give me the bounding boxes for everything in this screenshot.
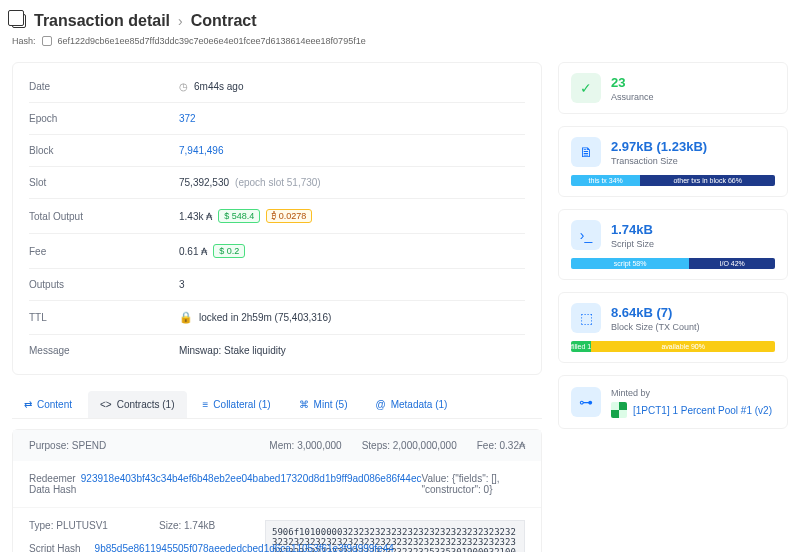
code-icon: <> — [100, 399, 112, 410]
type-label: Type: — [29, 520, 53, 531]
breadcrumb: Transaction detail › Contract — [12, 12, 788, 30]
size-label: Size: — [159, 520, 181, 531]
swap-icon: ⇄ — [24, 399, 32, 410]
assurance-label: Assurance — [611, 92, 654, 102]
mint-icon: ⌘ — [299, 399, 309, 410]
tab-content[interactable]: ⇄Content — [12, 391, 84, 418]
type-value: PLUTUSV1 — [56, 520, 108, 531]
value-label: Value: — [421, 473, 449, 484]
steps-label: Steps: — [362, 440, 390, 451]
share-icon: ⊶ — [571, 387, 601, 417]
lock-icon: 🔒 — [179, 311, 193, 324]
mem-label: Mem: — [269, 440, 294, 451]
redeemer-link[interactable]: 923918e403bf43c34b4ef6b48eb2ee04babed173… — [81, 473, 422, 484]
minted-card: ⊶ Minted by [1PCT1] 1 Percent Pool #1 (v… — [558, 375, 788, 429]
tx-size-value: 2.97kB (1.23kB) — [611, 139, 707, 154]
outputs-label: Outputs — [29, 279, 179, 290]
mem-value: 3,000,000 — [297, 440, 342, 451]
block-size-card: ⬚ 8.64kB (7) Block Size (TX Count) fille… — [558, 292, 788, 363]
block-size-label: Block Size (TX Count) — [611, 322, 700, 332]
tab-collateral[interactable]: ≡Collateral (1) — [191, 391, 283, 418]
tab-mint[interactable]: ⌘Mint (5) — [287, 391, 360, 418]
hash-label: Hash: — [12, 36, 36, 46]
slot-value: 75,392,530 — [179, 177, 229, 188]
bar-seg-io: I/O 42% — [689, 258, 775, 269]
tabs-bar: ⇄Content <>Contracts (1) ≡Collateral (1)… — [12, 391, 542, 419]
fee-usd-badge: $ 0.2 — [213, 244, 245, 258]
block-link[interactable]: 7,941,496 — [179, 145, 224, 156]
clock-icon: ◷ — [179, 81, 188, 92]
script-hash-label: Script Hash — [29, 543, 95, 552]
page-title: Transaction detail — [34, 12, 170, 30]
size-value: 1.74kB — [184, 520, 215, 531]
total-output-value: 1.43k ₳ — [179, 211, 212, 222]
contract-card: Purpose: SPEND Mem: 3,000,000 Steps: 2,0… — [12, 429, 542, 552]
steps-value: 2,000,000,000 — [393, 440, 457, 451]
block-label: Block — [29, 145, 179, 156]
tab-metadata[interactable]: @Metadata (1) — [364, 391, 460, 418]
total-output-label: Total Output — [29, 211, 179, 222]
script-size-card: ›_ 1.74kB Script Size script 58% I/O 42% — [558, 209, 788, 280]
ttl-label: TTL — [29, 312, 179, 323]
cube-icon: ⬚ — [571, 303, 601, 333]
tx-size-card: 🗎 2.97kB (1.23kB) Transaction Size this … — [558, 126, 788, 197]
redeemer-label: Redeemer Data Hash — [29, 473, 81, 495]
page-subtitle: Contract — [191, 12, 257, 30]
epoch-link[interactable]: 372 — [179, 113, 196, 124]
date-value: 6m44s ago — [194, 81, 243, 92]
usd-badge: $ 548.4 — [218, 209, 260, 223]
fee-label2: Fee: — [477, 440, 497, 451]
ttl-value: locked in 2h59m (75,403,316) — [199, 312, 331, 323]
stack-icon: ≡ — [203, 399, 209, 410]
epoch-label: Epoch — [29, 113, 179, 124]
copy-icon[interactable] — [42, 36, 52, 46]
tx-size-label: Transaction Size — [611, 156, 707, 166]
assurance-value: 23 — [611, 75, 654, 90]
purpose-label: Purpose: — [29, 440, 69, 451]
bar-seg-filled: filled 10% — [571, 341, 591, 352]
script-size-label: Script Size — [611, 239, 654, 249]
terminal-icon: ›_ — [571, 220, 601, 250]
assurance-card: ✓ 23 Assurance — [558, 62, 788, 114]
details-card: Date ◷6m44s ago Epoch 372 Block 7,941,49… — [12, 62, 542, 375]
copy-icon[interactable] — [12, 14, 26, 28]
file-icon: 🗎 — [571, 137, 601, 167]
purpose-value: SPEND — [72, 440, 106, 451]
fee-value2: 0.32₳ — [500, 440, 525, 451]
chevron-right-icon: › — [178, 13, 183, 29]
pool-icon — [611, 402, 627, 418]
at-icon: @ — [376, 399, 386, 410]
minted-label: Minted by — [611, 388, 772, 398]
bar-seg-this-tx: this tx 34% — [571, 175, 640, 186]
date-label: Date — [29, 81, 179, 92]
bar-seg-available: available 90% — [591, 341, 775, 352]
script-hash-link[interactable]: 9b85d5e8611945505f078aeededcbed1d6ca1105… — [95, 543, 394, 552]
fee-value: 0.61 ₳ — [179, 246, 207, 257]
script-size-value: 1.74kB — [611, 222, 654, 237]
btc-badge: ₿ 0.0278 — [266, 209, 312, 223]
bar-seg-other: other txs in block 66% — [640, 175, 775, 186]
tab-contracts[interactable]: <>Contracts (1) — [88, 391, 186, 418]
block-size-value: 8.64kB (7) — [611, 305, 700, 320]
message-value: Minswap: Stake liquidity — [179, 345, 286, 356]
hash-value: 6ef122d9cb6e1ee85d7ffd3ddc39c7e0e6e4e01f… — [58, 36, 366, 46]
slot-note: (epoch slot 51,730) — [235, 177, 321, 188]
pool-link[interactable]: [1PCT1] 1 Percent Pool #1 (v2) — [633, 405, 772, 416]
fee-label: Fee — [29, 246, 179, 257]
hash-row: Hash: 6ef122d9cb6e1ee85d7ffd3ddc39c7e0e6… — [12, 36, 788, 46]
check-icon: ✓ — [571, 73, 601, 103]
outputs-value: 3 — [179, 279, 185, 290]
bar-seg-script: script 58% — [571, 258, 689, 269]
message-label: Message — [29, 345, 179, 356]
slot-label: Slot — [29, 177, 179, 188]
